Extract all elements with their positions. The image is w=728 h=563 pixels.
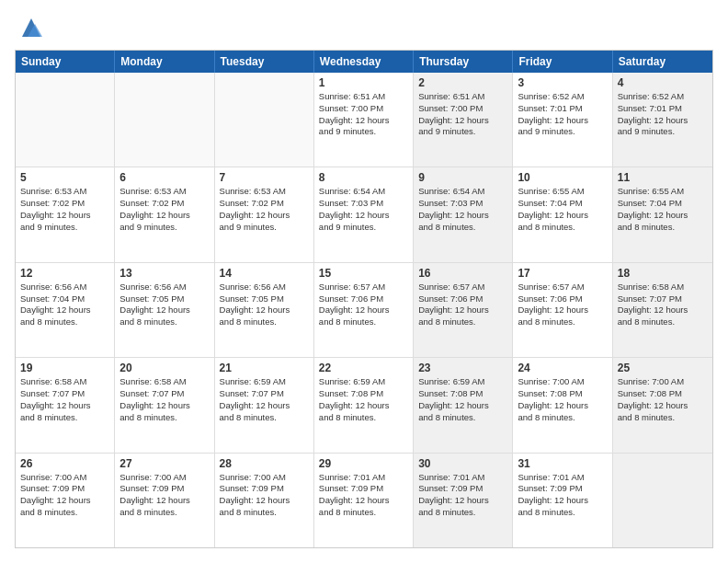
cell-line: and 8 minutes. [518, 412, 607, 424]
day-number: 27 [119, 457, 209, 470]
cell-line: Daylight: 12 hours [618, 115, 708, 127]
header-day-tuesday: Tuesday [215, 51, 314, 73]
cell-line: Sunrise: 6:56 AM [119, 282, 209, 293]
header-day-sunday: Sunday [16, 51, 115, 73]
cell-line: and 9 minutes. [319, 126, 408, 138]
day-number: 1 [319, 76, 408, 89]
cell-line: Sunrise: 7:01 AM [518, 472, 607, 484]
cell-line: Sunset: 7:03 PM [319, 198, 408, 210]
day-cell-29: 29Sunrise: 7:01 AMSunset: 7:09 PMDayligh… [314, 454, 414, 547]
day-cell-26: 26Sunrise: 7:00 AMSunset: 7:09 PMDayligh… [16, 454, 115, 547]
cell-line: Sunrise: 6:53 AM [119, 186, 209, 198]
cell-line: Sunrise: 6:53 AM [20, 186, 109, 198]
day-number: 20 [119, 362, 209, 374]
cell-line: Sunset: 7:00 PM [418, 103, 507, 115]
day-cell-11: 11Sunrise: 6:55 AMSunset: 7:04 PMDayligh… [613, 167, 712, 261]
day-cell-6: 6Sunrise: 6:53 AMSunset: 7:02 PMDaylight… [115, 167, 214, 261]
day-cell-10: 10Sunrise: 6:55 AMSunset: 7:04 PMDayligh… [513, 167, 612, 261]
cell-line: and 9 minutes. [418, 126, 507, 138]
day-number: 14 [220, 267, 309, 280]
cell-line: Daylight: 12 hours [220, 400, 309, 412]
cell-line: Sunrise: 6:56 AM [20, 282, 109, 293]
cell-line: Daylight: 12 hours [618, 210, 708, 222]
cell-line: Sunrise: 7:01 AM [418, 472, 507, 484]
cell-line: and 9 minutes. [220, 222, 309, 234]
cell-line: Daylight: 12 hours [220, 495, 309, 507]
header-day-wednesday: Wednesday [314, 51, 414, 73]
cell-line: Sunrise: 6:59 AM [220, 376, 309, 388]
day-number: 31 [518, 457, 607, 470]
cell-line: Sunset: 7:06 PM [319, 293, 408, 305]
calendar-row-4: 26Sunrise: 7:00 AMSunset: 7:09 PMDayligh… [16, 454, 712, 547]
cell-line: and 9 minutes. [618, 126, 708, 138]
cell-line: Daylight: 12 hours [119, 400, 209, 412]
cell-line: Daylight: 12 hours [418, 115, 507, 127]
cell-line: Sunrise: 6:51 AM [418, 91, 507, 103]
day-number: 11 [618, 171, 708, 184]
cell-line: Sunset: 7:08 PM [319, 388, 408, 400]
cell-line: Sunrise: 6:59 AM [319, 376, 408, 388]
cell-line: Sunset: 7:07 PM [220, 388, 309, 400]
cell-line: Daylight: 12 hours [319, 210, 408, 222]
cell-line: Daylight: 12 hours [20, 400, 109, 412]
cell-line: and 8 minutes. [319, 316, 408, 328]
cell-line: Sunset: 7:03 PM [418, 198, 507, 210]
cell-line: Sunset: 7:04 PM [20, 293, 109, 305]
cell-line: Sunrise: 6:57 AM [418, 282, 507, 293]
day-number: 6 [119, 171, 209, 184]
cell-line: and 8 minutes. [618, 412, 708, 424]
cell-line: Daylight: 12 hours [20, 210, 109, 222]
header-day-saturday: Saturday [613, 51, 712, 73]
cell-line: and 8 minutes. [119, 316, 209, 328]
day-number: 28 [220, 457, 309, 470]
day-number: 10 [518, 171, 607, 184]
cell-line: Sunset: 7:04 PM [618, 198, 708, 210]
cell-line: Sunset: 7:09 PM [518, 483, 607, 495]
day-number: 4 [618, 76, 708, 89]
day-number: 18 [618, 267, 708, 280]
logo-icon [18, 15, 44, 40]
day-cell-20: 20Sunrise: 6:58 AMSunset: 7:07 PMDayligh… [115, 358, 214, 452]
cell-line: Daylight: 12 hours [518, 495, 607, 507]
cell-line: and 8 minutes. [20, 412, 109, 424]
cell-line: Daylight: 12 hours [518, 115, 607, 127]
cell-line: and 8 minutes. [20, 507, 109, 519]
cell-line: Sunrise: 6:52 AM [518, 91, 607, 103]
cell-line: Sunset: 7:09 PM [119, 483, 209, 495]
cell-line: Daylight: 12 hours [618, 304, 708, 316]
day-number: 22 [319, 362, 408, 374]
day-cell-9: 9Sunrise: 6:54 AMSunset: 7:03 PMDaylight… [414, 167, 513, 261]
cell-line: Daylight: 12 hours [119, 304, 209, 316]
day-number: 19 [20, 362, 109, 374]
cell-line: and 8 minutes. [618, 222, 708, 234]
cell-line: Daylight: 12 hours [20, 304, 109, 316]
cell-line: Sunset: 7:07 PM [618, 293, 708, 305]
cell-line: and 9 minutes. [20, 222, 109, 234]
cell-line: Sunrise: 6:54 AM [319, 186, 408, 198]
cell-line: and 8 minutes. [20, 316, 109, 328]
day-cell-1: 1Sunrise: 6:51 AMSunset: 7:00 PMDaylight… [314, 73, 414, 167]
day-cell-19: 19Sunrise: 6:58 AMSunset: 7:07 PMDayligh… [16, 358, 115, 452]
day-cell-8: 8Sunrise: 6:54 AMSunset: 7:03 PMDaylight… [314, 167, 414, 261]
cell-line: Sunset: 7:05 PM [220, 293, 309, 305]
cell-line: Sunset: 7:08 PM [418, 388, 507, 400]
cell-line: Daylight: 12 hours [319, 304, 408, 316]
cell-line: Daylight: 12 hours [319, 400, 408, 412]
cell-line: Sunset: 7:08 PM [618, 388, 708, 400]
cell-line: Sunset: 7:09 PM [319, 483, 408, 495]
day-cell-28: 28Sunrise: 7:00 AMSunset: 7:09 PMDayligh… [215, 454, 314, 547]
cell-line: and 8 minutes. [119, 412, 209, 424]
day-number: 12 [20, 267, 109, 280]
day-number: 7 [220, 171, 309, 184]
day-cell-16: 16Sunrise: 6:57 AMSunset: 7:06 PMDayligh… [414, 263, 513, 357]
cell-line: Sunrise: 7:00 AM [220, 472, 309, 484]
cell-line: Sunrise: 6:51 AM [319, 91, 408, 103]
cell-line: Sunrise: 7:01 AM [319, 472, 408, 484]
cell-line: Sunrise: 6:58 AM [119, 376, 209, 388]
day-cell-4: 4Sunrise: 6:52 AMSunset: 7:01 PMDaylight… [613, 73, 712, 167]
empty-cell-0-2 [215, 73, 314, 167]
cell-line: Daylight: 12 hours [518, 400, 607, 412]
day-number: 30 [418, 457, 507, 470]
cell-line: Daylight: 12 hours [20, 495, 109, 507]
cell-line: Daylight: 12 hours [618, 400, 708, 412]
